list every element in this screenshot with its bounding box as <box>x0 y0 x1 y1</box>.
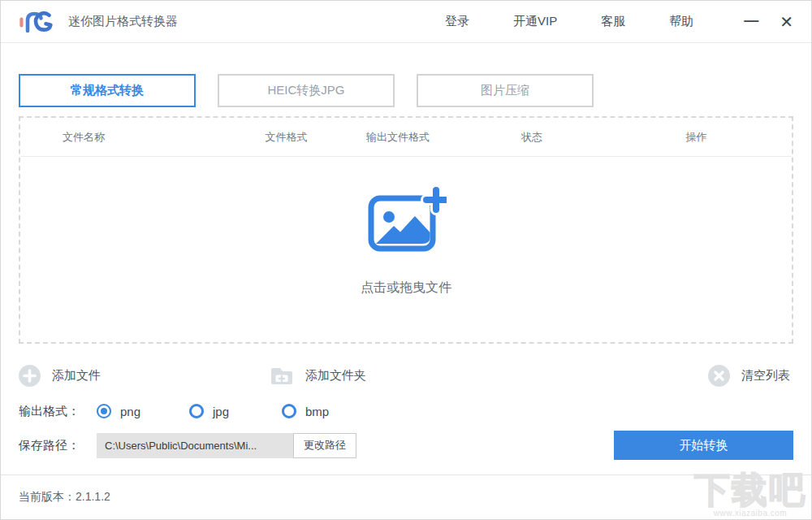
dropzone-hint: 点击或拖曳文件 <box>361 280 451 297</box>
actions-row: 添加文件 添加文件夹 <box>19 363 793 388</box>
tab-heic-to-jpg[interactable]: HEIC转换JPG <box>218 74 395 107</box>
save-path-row: 保存路径： C:\Users\Public\Documents\Mi... 更改… <box>19 431 793 460</box>
file-dropzone[interactable]: 文件名称 文件格式 输出文件格式 状态 操作 <box>19 116 793 344</box>
app-logo-icon <box>19 6 54 37</box>
menu-open-vip[interactable]: 开通VIP <box>513 14 557 29</box>
dropzone-empty-state: 点击或拖曳文件 <box>20 157 792 297</box>
tab-regular-format-convert[interactable]: 常规格式转换 <box>19 74 196 107</box>
add-file-label: 添加文件 <box>52 368 101 384</box>
folder-plus-icon <box>270 365 294 386</box>
column-file-name: 文件名称 <box>20 130 240 145</box>
status-bar: 当前版本：2.1.1.2 <box>1 474 811 519</box>
add-image-icon <box>365 184 447 258</box>
radio-png-label: png <box>120 405 140 418</box>
radio-jpg-label: jpg <box>213 405 229 418</box>
plus-circle-icon <box>19 365 41 387</box>
output-format-label: 输出格式： <box>19 404 97 419</box>
x-circle-icon <box>708 365 730 387</box>
brand: 迷你图片格式转换器 <box>19 6 178 37</box>
column-output-format: 输出文件格式 <box>333 130 463 145</box>
title-bar: 迷你图片格式转换器 登录 开通VIP 客服 帮助 — ✕ <box>1 1 811 43</box>
add-folder-label: 添加文件夹 <box>305 368 366 384</box>
add-file-button[interactable]: 添加文件 <box>19 365 101 387</box>
menu-login[interactable]: 登录 <box>445 14 469 29</box>
radio-bmp-label: bmp <box>305 405 329 418</box>
change-path-button[interactable]: 更改路径 <box>293 433 356 458</box>
radio-bmp[interactable]: bmp <box>282 404 327 418</box>
tab-bar: 常规格式转换 HEIC转换JPG 图片压缩 <box>19 74 793 107</box>
header-menu: 登录 开通VIP 客服 帮助 <box>445 14 693 29</box>
app-title: 迷你图片格式转换器 <box>68 14 178 29</box>
save-path-label: 保存路径： <box>19 438 97 453</box>
column-status: 状态 <box>463 130 601 145</box>
start-convert-button[interactable]: 开始转换 <box>614 431 793 460</box>
file-table-header: 文件名称 文件格式 输出文件格式 状态 操作 <box>20 118 792 157</box>
clear-list-button[interactable]: 清空列表 <box>708 365 790 387</box>
minimize-button[interactable]: — <box>744 13 758 28</box>
save-path-field[interactable]: C:\Users\Public\Documents\Mi... <box>97 433 293 458</box>
radio-jpg-circle-icon <box>189 404 204 418</box>
close-button[interactable]: ✕ <box>780 14 793 30</box>
radio-png-circle-icon <box>97 404 111 418</box>
radio-jpg[interactable]: jpg <box>189 404 235 418</box>
version-label: 当前版本：2.1.1.2 <box>19 490 110 505</box>
main-content: 常规格式转换 HEIC转换JPG 图片压缩 文件名称 文件格式 输出文件格式 状… <box>1 74 811 460</box>
tab-image-compress[interactable]: 图片压缩 <box>417 74 594 107</box>
add-folder-button[interactable]: 添加文件夹 <box>270 365 366 386</box>
output-format-row: 输出格式： png jpg bmp <box>19 399 793 423</box>
app-window: 迷你图片格式转换器 登录 开通VIP 客服 帮助 — ✕ 常规格式转换 HEIC… <box>0 0 812 520</box>
column-file-format: 文件格式 <box>240 130 333 145</box>
menu-customer-service[interactable]: 客服 <box>601 14 625 29</box>
menu-help[interactable]: 帮助 <box>669 14 693 29</box>
radio-png[interactable]: png <box>97 404 142 418</box>
window-controls: — ✕ <box>744 14 793 30</box>
radio-bmp-circle-icon <box>282 404 296 418</box>
column-operation: 操作 <box>601 130 792 145</box>
clear-list-label: 清空列表 <box>741 368 790 384</box>
